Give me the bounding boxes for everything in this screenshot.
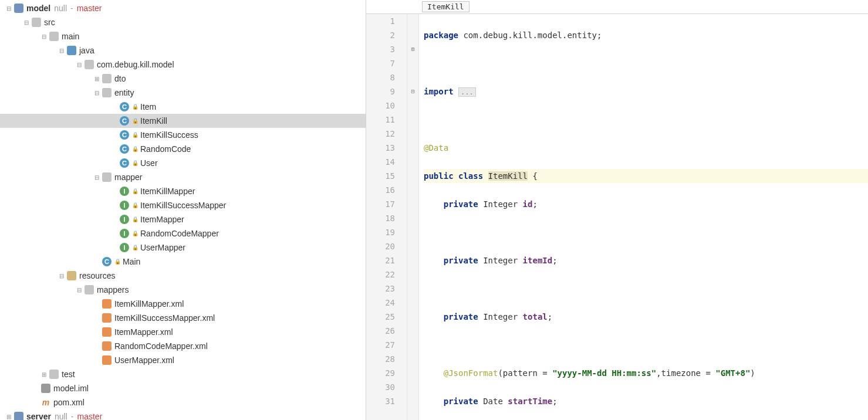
module-icon [14,412,23,420]
xml-icon [102,355,112,365]
node-label: ItemMapper.xml [114,327,173,337]
tree-node-if-itemkillsuccessmapper[interactable]: 🔒 ItemKillSuccessMapper [0,198,366,212]
line-number[interactable]: 15 [366,169,395,183]
line-number[interactable]: 9 [366,84,395,99]
line-number[interactable]: 22 [366,267,395,282]
line-number[interactable]: 27 [366,338,395,352]
line-number[interactable]: 12 [366,127,395,141]
tree-node-model[interactable]: model null - master [0,1,366,15]
toggle-icon[interactable] [40,370,48,378]
code-token: itemId [523,256,553,265]
package-icon [85,60,94,69]
line-number[interactable]: 10 [366,99,395,113]
tree-node-src[interactable]: src [0,15,366,29]
tree-node-xml[interactable]: ItemKillMapper.xml [0,297,366,311]
tree-node-entity[interactable]: entity [0,86,366,100]
code-token: total [523,312,548,321]
line-number[interactable]: 19 [366,225,395,239]
fold-placeholder[interactable]: ... [458,87,476,97]
line-number[interactable]: 21 [366,253,395,267]
line-number[interactable]: 16 [366,183,395,197]
line-number[interactable]: 11 [366,113,395,127]
toggle-icon[interactable] [93,89,101,97]
toggle-icon[interactable] [58,272,66,280]
line-number[interactable]: 28 [366,352,395,366]
class-icon [102,257,112,266]
code-area[interactable]: package com.debug.kill.model.entity; imp… [419,14,868,420]
tree-node-iml[interactable]: model.iml [0,381,366,395]
tree-node-package[interactable]: com.debug.kill.model [0,57,366,72]
toggle-icon[interactable] [40,32,48,40]
tree-node-dto[interactable]: dto [0,72,366,86]
node-label: com.debug.kill.model [97,60,174,69]
line-number[interactable]: 25 [366,310,395,324]
tree-node-pom[interactable]: pom.xml [0,395,366,409]
line-gutter[interactable]: 1237891011121314151617181920212223242526… [366,14,407,420]
tree-node-resources[interactable]: resources [0,269,366,283]
fold-gutter[interactable]: ⊞ ⊟ [407,14,419,420]
tree-node-xml[interactable]: ItemKillSuccessMapper.xml [0,311,366,325]
tree-node-class-itemkill[interactable]: 🔒 ItemKill [0,114,366,128]
tree-node-test[interactable]: test [0,367,366,381]
tree-node-if-itemkillmapper[interactable]: 🔒 ItemKillMapper [0,184,366,198]
toggle-icon[interactable] [5,4,13,12]
line-number[interactable]: 3 [366,42,395,56]
lock-icon: 🔒 [132,202,139,208]
tree-node-xml[interactable]: ItemMapper.xml [0,325,366,339]
tree-node-class-randomcode[interactable]: 🔒 RandomCode [0,142,366,156]
code-token: @JsonFormat [424,368,498,378]
folder-icon [67,271,76,280]
breadcrumb: ItemKill [366,0,868,14]
lock-icon: 🔒 [132,216,139,222]
breadcrumb-item[interactable]: ItemKill [422,1,470,12]
toggle-icon[interactable] [5,412,13,420]
line-number[interactable]: 7 [366,56,395,70]
line-number[interactable]: 14 [366,155,395,169]
tree-node-if-itemmapper[interactable]: 🔒 ItemMapper [0,212,366,226]
tree-node-server[interactable]: server null - master [0,409,366,420]
node-label: RandomCodeMapper [140,229,219,238]
tree-node-java[interactable]: java [0,43,366,57]
toggle-icon[interactable] [75,60,83,69]
fold-icon[interactable]: ⊟ [407,84,418,99]
line-number[interactable]: 2 [366,28,395,42]
tree-node-if-usermapper[interactable]: 🔒 UserMapper [0,241,366,255]
node-branch: master [77,412,103,420]
toggle-icon[interactable] [22,18,31,26]
folder-icon [49,32,59,41]
line-number[interactable]: 23 [366,282,395,296]
line-number[interactable]: 31 [366,394,395,408]
line-number[interactable]: 8 [366,70,395,84]
tree-node-if-randomcodemapper[interactable]: 🔒 RandomCodeMapper [0,226,366,241]
tree-node-main[interactable]: main [0,29,366,43]
tree-node-mappers-folder[interactable]: mappers [0,283,366,297]
toggle-icon[interactable] [75,286,83,294]
line-number[interactable]: 30 [366,380,395,394]
tree-node-class-main[interactable]: 🔒 Main [0,255,366,269]
line-number[interactable]: 17 [366,197,395,211]
line-number[interactable]: 20 [366,239,395,253]
line-number[interactable]: 1 [366,14,395,28]
tree-node-class-itemkillsuccess[interactable]: 🔒 ItemKillSuccess [0,128,366,142]
node-label: entity [114,88,134,97]
node-label: mapper [114,172,142,182]
xml-icon [102,299,112,309]
fold-icon[interactable]: ⊞ [407,42,418,56]
line-number[interactable]: 24 [366,296,395,310]
tree-node-xml[interactable]: RandomCodeMapper.xml [0,339,366,353]
line-number[interactable]: 26 [366,324,395,338]
line-number[interactable]: 29 [366,366,395,380]
toggle-icon[interactable] [58,46,66,55]
toggle-icon[interactable] [93,173,101,181]
code-editor[interactable]: 1237891011121314151617181920212223242526… [366,14,868,420]
toggle-icon[interactable] [93,74,101,83]
project-tree[interactable]: model null - master src main java com.de… [0,0,366,420]
tree-node-xml[interactable]: UserMapper.xml [0,353,366,367]
node-label: java [79,46,94,55]
interface-icon [120,243,129,252]
line-number[interactable]: 13 [366,141,395,155]
tree-node-mapper[interactable]: mapper [0,170,366,184]
line-number[interactable]: 18 [366,211,395,225]
tree-node-class-item[interactable]: 🔒 Item [0,100,366,114]
tree-node-class-user[interactable]: 🔒 User [0,156,366,170]
